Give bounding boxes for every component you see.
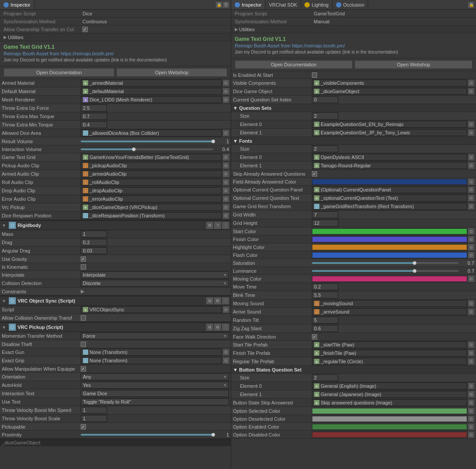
asset-value[interactable]: ♪_rollAudioClip	[81, 179, 222, 186]
asset-dot-btn[interactable]: ⊙	[223, 357, 229, 364]
asset-dot-btn[interactable]: ⊙	[223, 171, 229, 177]
asset-value[interactable]: ◈Dice_LOD0 (Mesh Renderer)	[81, 96, 222, 103]
num-value[interactable]: 2	[312, 374, 338, 381]
asset-dot-btn[interactable]: ⊙	[468, 400, 474, 406]
asset-dot-btn[interactable]: ⊙	[468, 195, 474, 201]
asset-dot-btn[interactable]: ⊙	[468, 88, 474, 94]
slider-container[interactable]: 0.7	[312, 260, 474, 266]
asset-dot-btn[interactable]: ⊙	[223, 213, 229, 219]
asset-value[interactable]: ■_diceGameObject	[312, 88, 467, 95]
color-bar-container[interactable]	[312, 252, 467, 258]
asset-dot-btn[interactable]: ⊙	[468, 300, 474, 307]
asset-value[interactable]: ■General (Japanese) (Image)	[312, 391, 467, 398]
asset-value[interactable]: ■GameKnowYourFriendsBetter (GameTextGrid…	[81, 154, 222, 161]
asset-dot-btn[interactable]: ⊙	[468, 80, 474, 86]
asset-value[interactable]: ♪_arriveSound	[312, 308, 467, 315]
asset-dot-btn[interactable]: ⊙	[468, 309, 474, 315]
asset-dot-btn[interactable]: ⊙	[223, 196, 229, 202]
tab-lighting[interactable]: Lighting	[301, 0, 333, 9]
asset-value[interactable]: ■_diceGameObject (VRCPickup)	[81, 204, 222, 211]
asset-dot-btn[interactable]: ⊙	[223, 188, 229, 194]
asset-value[interactable]: ↔_diceRespawnPosition (Transform)	[81, 212, 222, 219]
asset-dot-btn[interactable]: ⊙	[468, 121, 474, 127]
asset-dot-btn[interactable]: ⊙	[223, 179, 229, 185]
num-value[interactable]: 1	[81, 231, 107, 238]
vrcpickup-copy-btn[interactable]: ⧉	[206, 324, 213, 331]
open-webshop-btn-right[interactable]: Open Webshop	[354, 60, 472, 69]
asset-dot-btn[interactable]: ⊙	[468, 383, 474, 389]
asset-value[interactable]: ■OpenDyslexic ASCII	[312, 154, 467, 161]
asset-dot-btn[interactable]: ⊙	[223, 204, 229, 210]
vrcobjsync-copy-btn[interactable]: ⧉	[206, 297, 213, 304]
color-bar-container[interactable]	[312, 416, 467, 422]
asset-value[interactable]: ♪_armedAudioClip	[81, 170, 222, 177]
color-bar-container[interactable]	[312, 408, 467, 414]
asset-value[interactable]: ■_regularTile (Circle)	[312, 358, 467, 365]
rigidbody-menu-btn[interactable]: ⚙	[206, 222, 213, 229]
checkbox[interactable]	[312, 72, 317, 78]
num-value[interactable]: 0.2	[81, 239, 107, 246]
asset-dot-btn[interactable]: ⊙	[223, 154, 229, 160]
checkbox[interactable]	[81, 342, 86, 347]
checkbox-inline[interactable]: ✓	[312, 171, 317, 177]
color-bar-container[interactable]	[312, 228, 467, 234]
dropdown[interactable]: Force▼	[81, 332, 229, 339]
asset-dot-btn[interactable]: ⊙	[468, 154, 474, 160]
info-link-right[interactable]: Reimajo Booth Asset from https://reimajo…	[235, 43, 472, 48]
num-value[interactable]: 1	[81, 415, 107, 422]
asset-dot-btn[interactable]: ⊙	[468, 342, 474, 348]
asset-dot-btn[interactable]: ⊙	[468, 391, 474, 397]
tab-occlusion[interactable]: Occlusion	[333, 0, 368, 9]
num-value[interactable]: 12	[312, 220, 338, 227]
tab-inspector-right[interactable]: Inspector	[231, 0, 265, 9]
color-picker-btn[interactable]: ⊙	[468, 408, 474, 414]
info-link-left[interactable]: Reimajo Booth Asset from https://reimajo…	[4, 51, 227, 56]
text-value[interactable]: Game Dice	[81, 390, 229, 397]
color-picker-btn[interactable]: ⊙	[468, 228, 474, 234]
checkbox[interactable]: ✓	[81, 424, 86, 429]
num-value[interactable]: 1	[81, 407, 107, 414]
ownership-checkbox-left[interactable]: ✓	[82, 27, 88, 32]
tab-vrchat-sdk[interactable]: VRChat SDK	[265, 0, 301, 9]
dropdown[interactable]: Discrete▼	[81, 280, 229, 287]
asset-value[interactable]: ■_startTile (Paw)	[312, 341, 467, 348]
open-webshop-btn-left[interactable]: Open Webshop	[116, 68, 227, 77]
num-value[interactable]: 0.4	[81, 121, 107, 128]
asset-dot-btn[interactable]: ⊙	[223, 162, 229, 169]
lock-btn-left[interactable]: 🔒	[216, 2, 222, 8]
asset-value[interactable]: ♪_movingSound	[312, 300, 467, 307]
color-picker-btn[interactable]: ⊙	[468, 236, 474, 242]
color-picker-btn[interactable]: ⊙	[468, 432, 474, 438]
asset-value[interactable]: ■_defaultMaterial	[81, 88, 222, 95]
dropdown[interactable]: Yes▼	[81, 382, 229, 389]
asset-value[interactable]: ■_visibleComponents	[312, 79, 467, 87]
asset-dot-btn[interactable]: ⊙	[223, 88, 229, 94]
tab-inspector-left[interactable]: Inspector	[0, 0, 34, 9]
asset-value[interactable]: ↔None (Transform)	[81, 349, 222, 356]
asset-value[interactable]: ↔_gameGridRectTransform (Rect Transform)	[312, 203, 467, 210]
vrcpickup-menu-btn[interactable]: ⚙	[214, 324, 221, 331]
color-bar-container[interactable]	[312, 424, 467, 430]
open-doc-btn-right[interactable]: Open Documentation	[235, 60, 353, 69]
color-picker-btn[interactable]: ⊙	[468, 244, 474, 250]
dropdown[interactable]: Any▼	[81, 373, 229, 380]
asset-dot-btn[interactable]: ⊙	[468, 130, 474, 136]
asset-value[interactable]: ■Tanugo-Round-Regular	[312, 162, 467, 169]
asset-value[interactable]: ■VRCObjectSync	[81, 306, 222, 313]
num-value[interactable]: 2.5	[81, 105, 107, 112]
color-picker-btn[interactable]: ⊙	[468, 276, 474, 282]
color-picker-btn[interactable]: ⊙	[468, 252, 474, 258]
slider-container[interactable]: 0.4	[81, 147, 229, 152]
asset-value[interactable]: ♪_errorAudioClip	[81, 195, 222, 202]
asset-dot-btn[interactable]: ⊙	[468, 187, 474, 193]
lock-btn-right[interactable]: 🔒	[468, 2, 474, 8]
num-value[interactable]: 0.2	[312, 283, 338, 290]
num-value[interactable]: 5.5	[312, 292, 338, 299]
asset-value[interactable]: ↔_allowedDiceArea (Box Collider)	[81, 130, 222, 137]
num-value[interactable]: 5	[312, 317, 338, 324]
asset-dot-btn[interactable]: ⊙	[223, 307, 229, 313]
num-value[interactable]: 0.6	[312, 325, 338, 332]
asset-dot-btn[interactable]: ⊙	[468, 203, 474, 209]
asset-value[interactable]: ■_armedMaterial	[81, 79, 222, 87]
menu-btn-left[interactable]: ☰	[223, 2, 229, 8]
